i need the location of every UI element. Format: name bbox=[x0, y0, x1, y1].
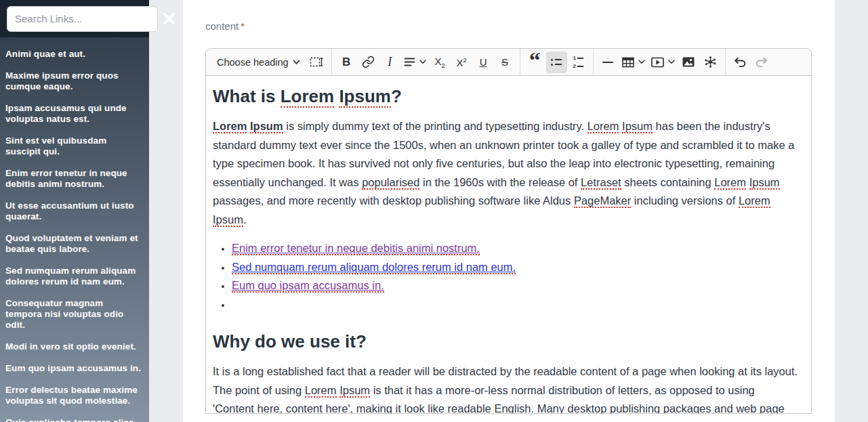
sidebar-link-item[interactable]: Quis explicabo tempora alias bbox=[5, 417, 142, 422]
select-all-icon bbox=[310, 56, 324, 68]
search-input[interactable] bbox=[7, 6, 158, 32]
required-marker: * bbox=[241, 20, 245, 32]
sidebar-link-item[interactable]: Quod voluptatem et veniam et beatae quis… bbox=[5, 233, 142, 255]
sidebar-link-list: Animi quae et aut. Maxime ipsum error qu… bbox=[0, 37, 149, 422]
undo-icon bbox=[733, 56, 747, 68]
chevron-down-icon bbox=[293, 60, 300, 65]
subscript-button[interactable]: X2 bbox=[430, 51, 451, 73]
link-icon bbox=[362, 56, 375, 68]
superscript-icon: X2 bbox=[456, 56, 466, 68]
rich-text-editor: Choose heading B I X2 X2 U bbox=[205, 48, 812, 414]
sidebar-header bbox=[0, 0, 149, 37]
special-characters-icon bbox=[704, 56, 717, 68]
underline-icon: U bbox=[480, 56, 487, 68]
sidebar-link-item[interactable]: Animi quae et aut. bbox=[5, 49, 142, 60]
chevron-down-icon bbox=[419, 60, 426, 64]
select-all-button[interactable] bbox=[306, 51, 327, 73]
list-item: Sed numquam rerum aliquam dolores rerum … bbox=[232, 258, 799, 277]
document-heading-2: Why do we use it? bbox=[213, 331, 799, 352]
undo-button[interactable] bbox=[730, 51, 751, 73]
media-embed-icon bbox=[651, 57, 664, 68]
strikethrough-button[interactable]: S bbox=[495, 51, 516, 73]
italic-button[interactable]: I bbox=[379, 51, 400, 73]
blockquote-button[interactable]: “ bbox=[524, 51, 545, 73]
insert-image-button[interactable] bbox=[678, 51, 699, 73]
numbered-list-button[interactable]: 1 2 bbox=[568, 51, 589, 73]
table-icon bbox=[622, 57, 634, 68]
underline-button[interactable]: U bbox=[473, 51, 494, 73]
sidebar-link-item[interactable]: Ut esse accusantium ut iusto quaerat. bbox=[5, 201, 142, 222]
toolbar-separator bbox=[520, 49, 520, 75]
sidebar-link-item[interactable]: Eum quo ipsam accusamus in. bbox=[5, 363, 142, 374]
sidebar-link-item[interactable]: Sed numquam rerum aliquam dolores rerum … bbox=[5, 266, 142, 287]
document-link[interactable]: Sed numquam rerum aliquam dolores rerum … bbox=[232, 261, 516, 274]
chevron-down-icon bbox=[638, 60, 645, 64]
link-button[interactable] bbox=[358, 51, 379, 73]
document-bulleted-list: Enim error tenetur in neque debitis anim… bbox=[213, 239, 799, 314]
main-area: content* Choose heading B I bbox=[149, 0, 868, 422]
sidebar-link-item[interactable]: Modi in vero sit optio eveniet. bbox=[5, 341, 142, 352]
list-item: Eum quo ipsam accusamus in. bbox=[232, 276, 799, 295]
sidebar-link-item[interactable]: Maxime ipsum error quos cumque eaque. bbox=[5, 70, 142, 92]
toolbar-separator bbox=[725, 49, 726, 75]
toolbar-separator bbox=[331, 49, 332, 75]
bulleted-list-icon bbox=[551, 59, 562, 66]
text-alignment-icon bbox=[404, 57, 415, 67]
italic-icon: I bbox=[388, 55, 392, 69]
editor-content[interactable]: What is Lorem Ipsum? Lorem Ipsum is simp… bbox=[206, 76, 811, 413]
list-item: Enim error tenetur in neque debitis anim… bbox=[232, 239, 799, 258]
chevron-down-icon bbox=[668, 60, 675, 64]
document-paragraph-2: It is a long established fact that a rea… bbox=[213, 362, 799, 413]
links-sidebar: Animi quae et aut. Maxime ipsum error qu… bbox=[0, 0, 149, 422]
field-label-text: content bbox=[205, 20, 239, 32]
sidebar-link-item[interactable]: Consequatur magnam tempora nisi voluptas… bbox=[5, 298, 142, 331]
superscript-button[interactable]: X2 bbox=[451, 51, 472, 73]
toolbar-separator bbox=[593, 49, 594, 75]
subscript-icon: X2 bbox=[434, 56, 445, 69]
sidebar-link-item[interactable]: Ipsam accusamus qui unde voluptas natus … bbox=[5, 103, 142, 125]
document-heading-1: What is Lorem Ipsum? bbox=[213, 86, 799, 107]
document-paragraph-1: Lorem Ipsum is simply dummy text of the … bbox=[213, 117, 799, 229]
sidebar-link-item[interactable]: Enim error tenetur in neque debitis anim… bbox=[5, 168, 142, 190]
redo-button[interactable] bbox=[751, 51, 772, 73]
document-link[interactable]: Eum quo ipsam accusamus in. bbox=[232, 279, 384, 293]
editor-toolbar: Choose heading B I X2 X2 U bbox=[206, 49, 811, 76]
alignment-dropdown[interactable] bbox=[401, 51, 429, 73]
bold-icon: B bbox=[342, 56, 350, 69]
image-icon bbox=[682, 57, 695, 67]
sidebar-link-item[interactable]: Sint est vel quibusdam suscipit qui. bbox=[5, 135, 142, 157]
heading-dropdown-label: Choose heading bbox=[217, 57, 289, 68]
insert-media-dropdown[interactable] bbox=[648, 51, 678, 73]
bulleted-list-button[interactable] bbox=[546, 51, 567, 73]
special-characters-button[interactable] bbox=[700, 51, 721, 73]
horizontal-line-button[interactable] bbox=[598, 51, 619, 73]
sidebar-link-item[interactable]: Error delectus beatae maxime voluptas si… bbox=[5, 385, 142, 406]
document-link[interactable]: Enim error tenetur in neque debitis anim… bbox=[232, 242, 480, 255]
numbered-list-icon: 1 2 bbox=[573, 55, 583, 69]
form-card: content* Choose heading B I bbox=[183, 0, 835, 422]
strikethrough-icon: S bbox=[501, 56, 508, 68]
blockquote-icon: “ bbox=[529, 57, 541, 68]
heading-dropdown[interactable]: Choose heading bbox=[211, 51, 306, 73]
content-field-label: content* bbox=[205, 20, 812, 32]
horizontal-line-icon bbox=[602, 61, 613, 64]
redo-icon bbox=[755, 56, 768, 68]
bold-button[interactable]: B bbox=[336, 51, 357, 73]
list-item-empty bbox=[232, 295, 799, 314]
insert-table-dropdown[interactable] bbox=[619, 51, 648, 73]
